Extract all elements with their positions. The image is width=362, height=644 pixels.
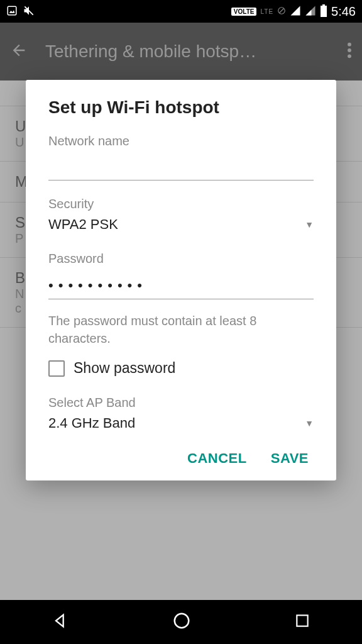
security-label: Security (48, 197, 314, 211)
security-value: WPA2 PSK (48, 216, 118, 233)
ap-band-field: Select AP Band 2.4 GHz Band ▼ (48, 396, 314, 434)
cancel-button[interactable]: CANCEL (187, 450, 247, 467)
password-input[interactable]: •••••••••• (48, 271, 314, 299)
nav-home-icon[interactable] (172, 611, 191, 633)
show-password-row[interactable]: Show password (48, 360, 314, 377)
svg-rect-15 (297, 615, 307, 626)
svg-rect-0 (8, 6, 16, 15)
svg-rect-9 (321, 6, 327, 17)
status-right: VOLTE LTE 5:46 (231, 4, 356, 19)
network-name-input[interactable] (48, 153, 314, 180)
no-data-icon (277, 6, 286, 17)
svg-marker-13 (56, 615, 63, 627)
dialog-actions: CANCEL SAVE (48, 441, 314, 467)
clock: 5:46 (331, 4, 356, 19)
nav-back-icon[interactable] (52, 612, 69, 632)
svg-marker-5 (291, 6, 300, 15)
nav-recent-icon[interactable] (294, 613, 310, 631)
battery-icon (320, 4, 327, 19)
volte-badge: VOLTE (231, 8, 257, 16)
chevron-down-icon: ▼ (305, 418, 314, 428)
svg-marker-1 (9, 10, 15, 13)
svg-point-14 (175, 614, 189, 628)
show-password-label: Show password (74, 360, 175, 377)
status-left (6, 4, 35, 19)
security-field: Security WPA2 PSK ▼ (48, 197, 314, 235)
dialog-title: Set up Wi-Fi hotspot (48, 97, 314, 118)
show-password-checkbox[interactable] (48, 360, 65, 377)
signal-icon-2 (305, 5, 316, 18)
network-name-label: Network name (48, 134, 314, 148)
network-name-field: Network name (48, 134, 314, 180)
lte-text: LTE (260, 8, 273, 15)
image-icon (6, 5, 18, 18)
ap-band-label: Select AP Band (48, 396, 314, 410)
password-field: Password •••••••••• (48, 252, 314, 299)
chevron-down-icon: ▼ (305, 219, 314, 230)
password-hint: The password must contain at least 8 cha… (48, 312, 314, 347)
svg-line-4 (280, 8, 284, 13)
volume-off-icon (23, 4, 35, 19)
status-bar: VOLTE LTE 5:46 (0, 0, 362, 23)
signal-icon-1 (290, 5, 301, 18)
password-label: Password (48, 252, 314, 266)
save-button[interactable]: SAVE (271, 450, 309, 467)
security-select[interactable]: WPA2 PSK ▼ (48, 216, 314, 235)
navigation-bar (0, 600, 362, 644)
svg-rect-8 (322, 4, 325, 6)
ap-band-value: 2.4 GHz Band (48, 415, 135, 431)
wifi-hotspot-dialog: Set up Wi-Fi hotspot Network name Securi… (26, 80, 336, 480)
ap-band-select[interactable]: 2.4 GHz Band ▼ (48, 415, 314, 434)
svg-marker-7 (306, 9, 312, 15)
